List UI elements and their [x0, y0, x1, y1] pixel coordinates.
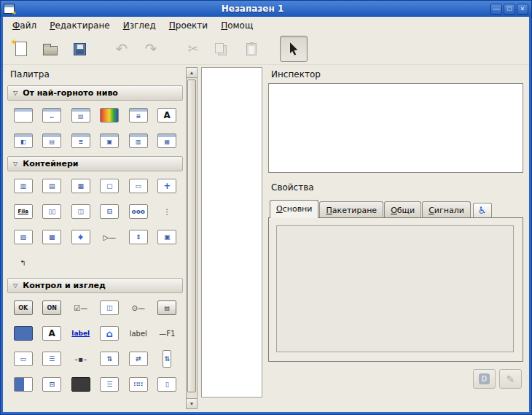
text-entry-widget[interactable]: A [39, 325, 65, 342]
window-body: ФайлРедактиранеИзгледПроектиПомощ Палитр… [3, 17, 529, 412]
input-dialog-widget[interactable]: ◧ [10, 132, 36, 150]
label-widget[interactable]: label [125, 325, 152, 342]
file-chooser-button-widget[interactable]: ▤ [154, 299, 180, 317]
color-selection-dialog-widget[interactable] [96, 106, 122, 124]
scrolled-window-icon: + [157, 179, 176, 193]
hbox-widget[interactable]: ▤ [39, 177, 65, 195]
assistant-widget[interactable]: ▦ [154, 132, 180, 150]
scrollbar-thumb[interactable] [187, 79, 196, 392]
palette-section-header[interactable]: ▽Контейнери [7, 156, 183, 171]
maximize-button[interactable]: □ [504, 4, 515, 15]
open-button[interactable] [36, 36, 64, 62]
button-widget[interactable]: OK [10, 299, 36, 317]
hscrollbar-widget[interactable]: ⇄ [125, 350, 152, 368]
inspector-view[interactable] [268, 83, 523, 173]
layout-icon: ▩ [42, 230, 61, 244]
menu-item-help[interactable]: Помощ [214, 18, 259, 33]
option-menu-widget[interactable]: ◫ [96, 299, 122, 317]
tab-common[interactable]: Общи [384, 201, 421, 218]
layout-widget[interactable]: ▩ [39, 228, 65, 246]
menu-item-file[interactable]: Файл [6, 18, 43, 33]
font-chooser-dialog-widget[interactable]: ▥ [125, 132, 152, 150]
spin-button-widget[interactable]: ⇅ [96, 350, 122, 368]
menu-item-edit[interactable]: Редактиране [43, 18, 117, 33]
statusbar-widget[interactable]: ▯ [154, 376, 180, 393]
handle-box-widget[interactable]: ▧ [10, 228, 36, 246]
about-dialog-icon: ▤ [42, 133, 61, 148]
combo-box-widget[interactable] [68, 376, 94, 393]
vbuttonbox-widget[interactable]: ⋮ [154, 203, 180, 220]
edit-button[interactable]: ✎ [499, 369, 522, 389]
hbuttonbox-widget[interactable]: ooo [125, 203, 152, 220]
paned-widget[interactable]: ◫ [68, 203, 94, 220]
vscrollbar-icon: ⇅ [163, 350, 171, 368]
icon-view-icon: ∷∷ [129, 377, 148, 392]
color-chooser-dialog-widget[interactable]: ▣ [96, 132, 122, 150]
frame-widget[interactable]: ▭ [125, 177, 152, 195]
accel-label-widget[interactable]: —F1 [154, 325, 180, 342]
scrollbar-trough[interactable] [187, 78, 197, 398]
tab-signals[interactable]: Сигнали [422, 201, 471, 218]
notebook-widget[interactable]: ⊟ [96, 203, 122, 220]
table-widget[interactable]: ▦ [68, 177, 94, 195]
menu-item-projects[interactable]: Проекти [163, 18, 214, 33]
alignment-icon: ▣ [157, 230, 176, 244]
window-widget[interactable] [10, 106, 36, 124]
inspector-title: Инспектор [271, 69, 321, 79]
palette-scrollbar[interactable]: ▲ ▼ [186, 67, 197, 409]
toolbar-widget-widget[interactable]: ▯▯ [39, 203, 65, 220]
vbox-icon: ▥ [14, 179, 33, 193]
hbox-icon: ▤ [42, 179, 61, 193]
image-widget[interactable]: ▭ [10, 350, 36, 368]
spin-button-icon: ⇅ [100, 352, 119, 366]
text-view-widget[interactable]: ☰ [39, 350, 65, 368]
image-frame-widget[interactable]: ⊡ [39, 376, 65, 393]
aspect-frame-widget[interactable]: ⇕ [125, 228, 152, 246]
menu-item-view[interactable]: Изглед [117, 18, 163, 33]
icon-view-widget[interactable]: ∷∷ [125, 376, 152, 393]
scroll-up-button[interactable]: ▲ [187, 68, 197, 78]
file-chooser-dialog-widget[interactable]: ≡ [68, 132, 94, 150]
expander-widget[interactable]: ▷— [96, 228, 122, 246]
fixed-widget[interactable]: ▢ [96, 177, 122, 195]
list-view-widget[interactable]: ☰ [96, 376, 122, 393]
entry-widget[interactable] [10, 325, 36, 342]
message-dialog-widget[interactable]: ▤ [68, 106, 94, 124]
pencil-icon: ✎ [506, 373, 515, 385]
redo-button [137, 36, 165, 62]
info-button[interactable]: D [473, 369, 496, 389]
save-button[interactable] [66, 36, 93, 62]
tab-packing[interactable]: Пакетиране [319, 201, 383, 218]
about-dialog-widget[interactable]: ▤ [39, 132, 65, 150]
titlebar[interactable]: Незапазен 1 — □ × [1, 1, 531, 17]
paned-icon: ◫ [71, 204, 90, 219]
event-box-widget[interactable]: ↰ [10, 254, 36, 271]
alignment-widget[interactable]: ▣ [154, 228, 180, 246]
toggle-button-widget[interactable]: ON [39, 299, 65, 317]
palette-section-header[interactable]: ▽Контрол и изглед [7, 278, 183, 293]
check-button-widget[interactable]: ☑— [68, 299, 94, 317]
tab-accessibility[interactable]: ♿ [473, 203, 492, 218]
file-selection-dialog-widget[interactable]: ≡ [125, 106, 152, 124]
hscale-widget[interactable]: –▪– [68, 350, 94, 368]
radio-button-widget[interactable]: ⊙— [125, 299, 152, 317]
font-button-widget[interactable]: ⌂ [96, 325, 122, 342]
close-button[interactable]: × [517, 4, 528, 15]
progress-bar-widget[interactable] [10, 376, 36, 393]
menubar-widget[interactable]: File [10, 203, 36, 220]
viewport-widget[interactable]: ⌖ [68, 228, 94, 246]
link-button-widget[interactable]: label [68, 325, 94, 342]
vscrollbar-widget[interactable]: ⇅ [154, 350, 180, 368]
new-button[interactable] [7, 36, 35, 62]
scroll-down-button[interactable]: ▼ [187, 398, 197, 408]
font-selection-dialog-widget[interactable]: A [154, 106, 180, 124]
dialog-widget[interactable]: ‥ [39, 106, 65, 124]
design-canvas[interactable] [201, 67, 262, 397]
minimize-button[interactable]: — [490, 4, 502, 15]
pointer-button[interactable] [280, 36, 308, 62]
palette-grid: ▥▤▦▢▭+File▯▯◫⊟ooo⋮▧▩⌖▷—⇕▣↰ [7, 172, 183, 276]
tab-general[interactable]: Основни [270, 200, 318, 218]
scrolled-window-widget[interactable]: + [154, 177, 180, 195]
vbox-widget[interactable]: ▥ [10, 177, 36, 195]
palette-section-header[interactable]: ▽От най-горното ниво [7, 85, 183, 101]
